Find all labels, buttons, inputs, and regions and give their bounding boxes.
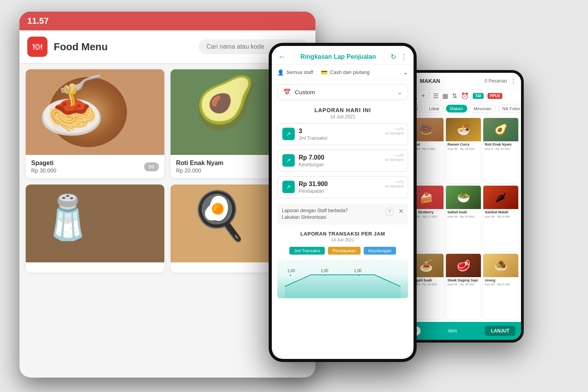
food-name-cireng: cireng: [485, 278, 517, 283]
sync-text: Laporan dengan Staff berbeda?Lakukan Sin…: [282, 207, 382, 221]
pc-chart-legend: Jml Transaksi Pendapatan Keuntungan: [277, 247, 408, 255]
list-icon[interactable]: ▦: [442, 92, 448, 100]
legend-revenue: Pendapatan: [328, 247, 360, 255]
date-selector[interactable]: 📅 Custom ⌄: [277, 84, 408, 100]
pr-more-icon[interactable]: ⋮: [510, 77, 516, 85]
food-item-roti-enak[interactable]: 🥑 Roti Enak Nyam sisa 0 · Rp 20.000: [483, 118, 519, 184]
food-badge-spageti: 99: [144, 162, 159, 171]
food-thumb-sambal: 🌶: [483, 186, 518, 209]
report-date: 14 Juli 2021: [277, 114, 408, 120]
pc-header: ← Ringkasan Lap Penjualan ↻ ⋮: [272, 46, 414, 65]
cat-minuman[interactable]: Minuman: [470, 105, 496, 113]
stat-card-profit: ↗ Rp 7.000 Keuntungan +∞% vs kemarin: [277, 150, 408, 172]
phone-center-screen: ← Ringkasan Lap Penjualan ↻ ⋮ 👤 Semua st…: [272, 46, 414, 359]
more-icon[interactable]: ⋮: [400, 53, 407, 61]
trend-icon-profit: ↗: [282, 154, 295, 167]
cart-label: item: [448, 328, 457, 334]
cireng-emoji: 🧆: [494, 259, 508, 272]
pc-title: Ringkasan Lap Penjualan: [290, 53, 387, 60]
cat-makan[interactable]: Makan: [446, 105, 467, 113]
cat-lokal[interactable]: Lokal: [424, 105, 443, 113]
pr-title: MAKAN: [420, 78, 482, 84]
stat-change-transactions: +∞% vs kemarin: [385, 127, 404, 135]
food-item-sambal[interactable]: 🌶 Sambal Matah sisa 99 · Rp 8.000: [483, 185, 519, 251]
add-icon[interactable]: +: [421, 92, 425, 99]
food-thumb-cireng: 🧆: [483, 254, 518, 277]
filter-chevron-icon[interactable]: ⌄: [403, 69, 408, 76]
steak-emoji: 🥩: [457, 259, 470, 272]
food-name-salad: Sallad buah: [447, 210, 479, 214]
staff-filter-label: Semua staff: [286, 69, 313, 75]
food-name-spageti: Spageti: [31, 160, 56, 167]
payment-filter[interactable]: 💳 Cash dan piutang: [321, 69, 370, 76]
roti-enak-emoji: 🥑: [494, 123, 508, 136]
pc-trans-section: LAPORAN TRANSAKSI PER JAM 14 Juli 2021: [272, 228, 414, 244]
stat-card-revenue: ↗ Rp 31.900 Pendapatan +∞% vs kemarin: [277, 176, 408, 198]
food-card-info-bottom1: [26, 262, 164, 272]
donat-emoji: 🍩: [419, 123, 433, 136]
ramen-emoji: 🍜: [457, 123, 470, 136]
clock-icon[interactable]: ⏰: [461, 92, 469, 100]
calendar-icon: 📅: [283, 88, 291, 96]
toolbar-divider: [429, 92, 429, 100]
food-info-ramen: Ramen Curry sisa 99 · Rp 39.000: [446, 141, 481, 152]
food-name-steak: Steak Daging Sapi: [447, 278, 479, 283]
food-card-spageti[interactable]: Spageti Rp 30.000 99: [26, 69, 164, 178]
back-button[interactable]: ←: [278, 52, 286, 61]
sync-question-icon[interactable]: ?: [385, 207, 394, 216]
grid-icon[interactable]: ☰: [433, 92, 438, 100]
chevron-down-icon: ⌄: [397, 88, 402, 96]
food-info-sambal: Sambal Matah sisa 99 · Rp 8.000: [483, 209, 518, 220]
tablet-status-bar: 11.57: [19, 12, 315, 30]
sambal-emoji: 🌶: [495, 191, 506, 204]
food-item-steak[interactable]: 🥩 Steak Daging Sapi sisa 94 · Rp 15.000: [445, 253, 481, 320]
food-card-info-spageti: Spageti Rp 30.000 99: [26, 155, 164, 178]
staff-filter[interactable]: 👤 Semua staff: [277, 69, 313, 76]
food-item-cireng[interactable]: 🧆 cireng sisa 99 · Rp 9.000: [483, 253, 519, 320]
food-item-salad[interactable]: 🥗 Sallad buah sisa 99 · Rp 15.000: [445, 185, 481, 251]
food-info-cireng: cireng sisa 99 · Rp 9.000: [483, 277, 518, 288]
food-price-roti: Rp 20.000: [176, 167, 224, 174]
food-card-bottom1[interactable]: [26, 185, 164, 272]
stat-label-revenue: Pendapatan: [299, 188, 403, 194]
stat-label-profit: Keuntungan: [299, 162, 403, 167]
tai-badge[interactable]: TAI: [473, 93, 483, 99]
stat-change-profit: +∞% vs kemarin: [385, 153, 404, 162]
pr-bottom-bar: 0 item LANJUT: [406, 322, 521, 340]
food-info-roti-enak: Roti Enak Nyam sisa 0 · Rp 20.000: [483, 141, 518, 152]
food-thumb-steak: 🥩: [446, 254, 481, 277]
pc-filters: 👤 Semua staff 💳 Cash dan piutang ⌄: [272, 65, 414, 80]
food-price-spageti: Rp 30.000: [31, 167, 56, 174]
phone-right-screen: ☰ MAKAN 0 Pesanan ⋮ 🔍 + ☰ ▦ ⇅ ⏰ TAI PPUl…: [406, 73, 521, 340]
date-selector-label: Custom: [295, 89, 393, 95]
staff-icon: 👤: [277, 69, 284, 76]
stat-card-transactions: ↗ 3 Jml Transaksi +∞% vs kemarin: [277, 123, 408, 145]
legend-transactions: Jml Transaksi: [289, 247, 325, 255]
pr-header: ☰ MAKAN 0 Pesanan ⋮: [406, 73, 521, 90]
ppuii-badge[interactable]: PPUll: [488, 93, 502, 99]
food-price-sambal: sisa 99 · Rp 8.000: [485, 215, 517, 218]
chart-svg: [277, 259, 408, 298]
sort-icon[interactable]: ⇅: [452, 92, 457, 100]
food-info-salad: Sallad buah sisa 99 · Rp 15.000: [446, 209, 481, 220]
phone-right: ☰ MAKAN 0 Pesanan ⋮ 🔍 + ☰ ▦ ⇅ ⏰ TAI PPUl…: [403, 70, 524, 343]
food-info-steak: Steak Daging Sapi sisa 94 · Rp 15.000: [446, 277, 481, 288]
payment-icon: 💳: [321, 69, 327, 76]
food-item-ramen[interactable]: 🍜 Ramen Curry sisa 99 · Rp 39.000: [445, 118, 481, 184]
food-thumb-salad: 🥗: [446, 186, 481, 209]
food-price-steak: sisa 94 · Rp 15.000: [447, 283, 479, 286]
food-thumb-ramen: 🍜: [446, 118, 481, 141]
checkout-button[interactable]: LANJUT: [485, 326, 516, 336]
sync-banner: Laporan dengan Staff berbeda?Lakukan Sin…: [277, 204, 408, 225]
pr-food-grid: 🍩 Donat sisa 99 · Rp 8.000 🍜 Ramen Curry…: [406, 115, 521, 322]
food-price-salad: sisa 99 · Rp 15.000: [447, 215, 479, 218]
pr-toolbar: 🔍 + ☰ ▦ ⇅ ⏰ TAI PPUll: [406, 90, 521, 102]
refresh-icon[interactable]: ↻: [391, 53, 396, 61]
trans-date: 14 Juli 2021: [277, 237, 408, 242]
food-menu-icon: 🍽: [33, 41, 42, 52]
sync-close-icon[interactable]: ✕: [398, 207, 403, 215]
tablet-app-title: Food Menu: [54, 41, 108, 53]
stat-label-transactions: Jml Transaksi: [299, 135, 403, 141]
food-price-cireng: sisa 99 · Rp 9.000: [485, 283, 517, 286]
cat-nikfolso[interactable]: Nik Folso: [498, 105, 521, 113]
